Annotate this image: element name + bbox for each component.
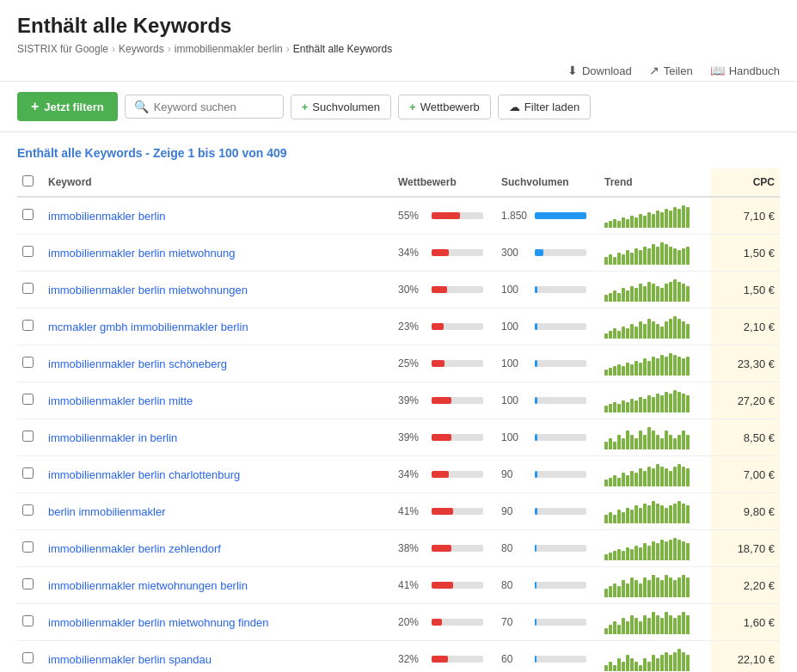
- trend-sparkline: [604, 425, 706, 449]
- trend-bar: [639, 321, 642, 339]
- search-input[interactable]: [154, 101, 274, 113]
- row-checkbox[interactable]: [22, 246, 34, 257]
- row-checkbox[interactable]: [22, 615, 34, 626]
- trend-bar: [639, 547, 642, 560]
- keyword-link[interactable]: immobilienmakler berlin: [48, 210, 166, 223]
- row-checkbox[interactable]: [22, 467, 34, 479]
- trend-bar: [639, 508, 642, 523]
- cpc-cell: 2,10 €: [711, 309, 780, 345]
- row-checkbox[interactable]: [22, 394, 34, 405]
- keyword-link[interactable]: immobilienmakler berlin mietwohnungen: [48, 284, 248, 296]
- share-icon: ↗: [649, 64, 659, 77]
- row-checkbox[interactable]: [22, 652, 34, 663]
- trend-bar: [609, 254, 612, 265]
- keyword-link[interactable]: berlin immobilienmakler: [48, 505, 166, 518]
- trend-bar: [665, 612, 668, 634]
- suchvolumen-value: 90: [501, 505, 531, 517]
- keyword-link[interactable]: immobilienmakler berlin zehlendorf: [48, 542, 221, 555]
- trend-cell: [599, 493, 711, 530]
- trend-bar: [656, 464, 659, 486]
- trend-bar: [665, 357, 668, 376]
- trend-bar: [652, 397, 655, 412]
- wettbewerb-fill: [432, 397, 451, 404]
- keyword-link[interactable]: immobilienmakler mietwohnungen berlin: [48, 579, 248, 592]
- trend-bar: [677, 250, 681, 265]
- wettbewerb-button[interactable]: + Wettbewerb: [398, 95, 491, 119]
- keyword-link[interactable]: immobilienmakler berlin charlottenburg: [48, 468, 240, 481]
- row-checkbox[interactable]: [22, 504, 34, 516]
- trend-bar: [686, 395, 690, 412]
- trend-bar: [635, 580, 638, 597]
- keyword-link[interactable]: immobilienmakler berlin schöneberg: [48, 357, 227, 370]
- trend-bar: [643, 358, 647, 376]
- keyword-cell: immobilienmakler berlin mietwohnung find…: [43, 604, 393, 641]
- breadcrumb-term[interactable]: immobilienmakler berlin: [175, 43, 283, 55]
- keyword-link[interactable]: immobilienmakler berlin spandau: [48, 653, 212, 666]
- filter-laden-button[interactable]: ☁ Filter laden: [498, 95, 591, 119]
- row-checkbox-cell: [17, 197, 43, 235]
- trend-bar: [630, 286, 634, 302]
- trend-bar: [604, 554, 608, 560]
- trend-bar: [673, 316, 677, 339]
- breadcrumb-keywords[interactable]: Keywords: [119, 43, 164, 55]
- trend-bar: [677, 577, 681, 597]
- row-checkbox[interactable]: [22, 357, 34, 368]
- trend-bar: [639, 397, 642, 412]
- trend-bar: [622, 551, 625, 560]
- trend-bar: [652, 468, 655, 486]
- suchvolumen-cell: 70: [496, 604, 599, 641]
- trend-cell: [599, 309, 711, 345]
- suchvolumen-value: 100: [501, 284, 531, 296]
- breadcrumb-sep-3: ›: [286, 43, 290, 55]
- suchvolumen-button[interactable]: + Suchvolumen: [291, 95, 391, 119]
- wettbewerb-fill: [432, 545, 451, 552]
- wettbewerb-fill: [432, 434, 451, 441]
- table-row: mcmakler gmbh immobilienmakler berlin23%…: [17, 309, 780, 345]
- page-title: Enthält alle Keywords: [17, 14, 780, 38]
- trend-bar: [626, 363, 629, 376]
- download-button[interactable]: ⬇ Download: [567, 64, 632, 77]
- trend-bar: [613, 621, 616, 634]
- trend-bar: [639, 363, 642, 376]
- trend-bar: [677, 464, 681, 486]
- wettbewerb-header[interactable]: Wettbewerb: [393, 168, 496, 197]
- row-checkbox[interactable]: [22, 431, 34, 442]
- cpc-cell: 18,70 €: [711, 530, 780, 567]
- trend-bar: [613, 442, 616, 449]
- row-checkbox[interactable]: [22, 541, 34, 553]
- breadcrumb-sistrix[interactable]: SISTRIX für Google: [17, 43, 108, 55]
- trend-bar: [609, 586, 612, 597]
- keyword-link[interactable]: immobilienmakler in berlin: [48, 431, 177, 444]
- trend-bar: [617, 331, 621, 339]
- trend-bar: [622, 254, 625, 265]
- keyword-link[interactable]: immobilienmakler berlin mietwohnung find…: [48, 616, 269, 629]
- trend-bar: [617, 510, 621, 523]
- trend-sparkline: [604, 573, 706, 597]
- trend-bar: [609, 662, 612, 671]
- trend-bar: [686, 577, 690, 597]
- keyword-link[interactable]: immobilienmakler berlin mitte: [48, 394, 193, 407]
- row-checkbox[interactable]: [22, 283, 34, 294]
- share-button[interactable]: ↗ Teilen: [649, 64, 693, 77]
- wettbewerb-plus-icon: +: [409, 101, 416, 113]
- row-checkbox[interactable]: [22, 209, 34, 220]
- trend-sparkline: [604, 499, 706, 523]
- trend-bar: [656, 286, 659, 302]
- filter-button[interactable]: + Jetzt filtern: [17, 92, 118, 121]
- trend-bar: [647, 662, 651, 671]
- handbuch-button[interactable]: 📖 Handbuch: [710, 64, 780, 77]
- row-checkbox[interactable]: [22, 320, 34, 331]
- wettbewerb-value: 39%: [398, 431, 428, 443]
- trend-bar: [635, 327, 638, 339]
- row-checkbox[interactable]: [22, 578, 34, 590]
- trend-bar: [626, 508, 629, 523]
- keyword-link[interactable]: immobilienmakler berlin mietwohnung: [48, 247, 235, 260]
- table-row: immobilienmakler berlin charlottenburg34…: [17, 456, 780, 493]
- keyword-link[interactable]: mcmakler gmbh immobilienmakler berlin: [48, 321, 248, 333]
- suchvolumen-cell: 1.850: [496, 197, 599, 235]
- keyword-cell: immobilienmakler berlin mitte: [43, 382, 393, 419]
- keyword-cell: mcmakler gmbh immobilienmakler berlin: [43, 309, 393, 345]
- select-all-checkbox[interactable]: [22, 175, 34, 186]
- cpc-cell: 1,60 €: [711, 604, 780, 641]
- suchvolumen-header[interactable]: Suchvolumen: [496, 168, 599, 197]
